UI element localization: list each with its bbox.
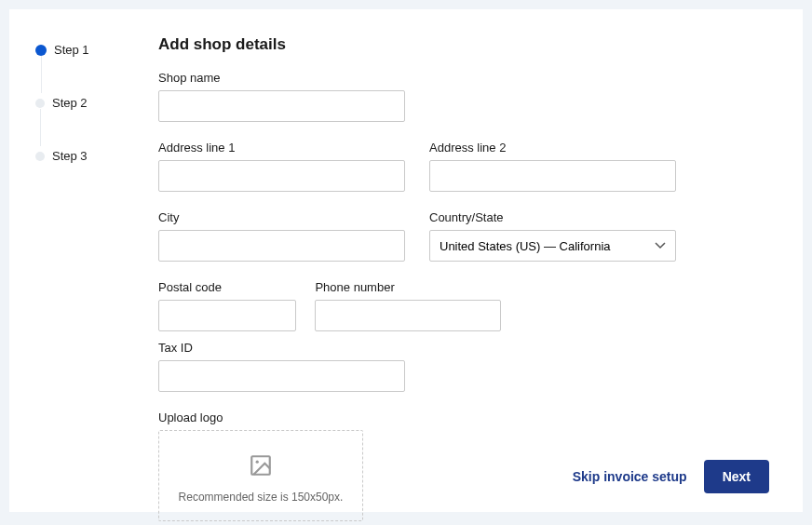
logo-hint: Recommended size is 150x50px. [179, 491, 344, 504]
country-select[interactable]: United States (US) — California [429, 230, 676, 262]
postal-field: Postal code [158, 280, 296, 331]
address2-field: Address line 2 [429, 141, 676, 192]
step-dot-icon [35, 152, 45, 161]
logo-field: Upload logo Recommended size is 150x50px… [158, 411, 363, 521]
phone-field: Phone number [315, 280, 501, 331]
shop-name-field: Shop name [158, 71, 405, 122]
country-field: Country/State United States (US) — Calif… [429, 210, 676, 262]
svg-point-1 [256, 461, 259, 464]
form-content: Add shop details Shop name Address line … [158, 35, 769, 525]
shop-name-label: Shop name [158, 71, 405, 85]
step-connector [40, 109, 41, 146]
phone-input[interactable] [315, 300, 501, 331]
step-dot-icon [35, 99, 45, 108]
tax-input[interactable] [158, 360, 405, 392]
city-field: City [158, 210, 405, 262]
skip-button[interactable]: Skip invoice setup [573, 469, 687, 484]
wizard-footer: Skip invoice setup Next [573, 460, 769, 493]
step-connector [41, 56, 42, 93]
postal-input[interactable] [158, 300, 296, 331]
shop-name-input[interactable] [158, 90, 405, 122]
step-label: Step 1 [54, 43, 89, 57]
country-label: Country/State [429, 210, 676, 224]
step-dot-icon [35, 45, 47, 56]
logo-upload-dropzone[interactable]: Recommended size is 150x50px. [158, 430, 363, 521]
tax-label: Tax ID [158, 341, 405, 355]
step-label: Step 2 [52, 96, 88, 110]
step-2[interactable]: Step 2 [35, 96, 117, 149]
stepper: Step 1 Step 2 Step 3 [35, 35, 117, 525]
address1-input[interactable] [158, 160, 405, 192]
postal-label: Postal code [158, 280, 296, 294]
city-input[interactable] [158, 230, 405, 262]
step-label: Step 3 [52, 149, 88, 163]
image-icon [249, 453, 273, 478]
address1-field: Address line 1 [158, 141, 405, 192]
phone-label: Phone number [315, 280, 501, 294]
page-title: Add shop details [158, 35, 769, 54]
address2-label: Address line 2 [429, 141, 676, 155]
step-3[interactable]: Step 3 [35, 149, 117, 163]
city-label: City [158, 210, 405, 224]
address1-label: Address line 1 [158, 141, 405, 155]
step-1[interactable]: Step 1 [35, 43, 117, 96]
logo-label: Upload logo [158, 411, 363, 424]
tax-field: Tax ID [158, 341, 405, 392]
address2-input[interactable] [429, 160, 676, 192]
next-button[interactable]: Next [704, 460, 769, 493]
